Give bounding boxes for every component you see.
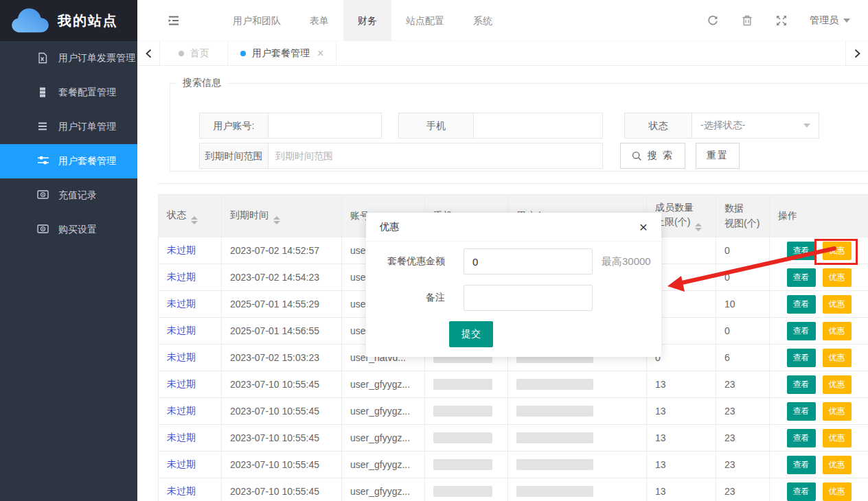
view-button[interactable]: 查看 (787, 322, 816, 340)
tab-dot-icon (240, 51, 246, 56)
cell-phone-redacted (425, 371, 508, 398)
redacted-username (516, 486, 593, 497)
sidebar-item-label: 用户订单发票管理 (58, 52, 135, 65)
refresh-icon[interactable] (707, 14, 719, 27)
cell-status: 未过期 (159, 291, 222, 318)
collapse-menu-icon[interactable] (165, 12, 183, 30)
date-range-input[interactable] (269, 143, 603, 169)
cell-expire-time: 2023-07-10 10:55:45 (222, 478, 342, 501)
phone-input[interactable] (474, 113, 603, 139)
search-row-1: 用户账号: 手机 状态 -选择状态- (199, 113, 819, 139)
sidebar-item-package-config[interactable]: 套餐配置管理 (0, 75, 137, 110)
cell-actions: 查看优惠 (770, 452, 868, 478)
cell-phone-redacted (425, 478, 508, 501)
view-button[interactable]: 查看 (787, 482, 816, 501)
sidebar-item-user-packages[interactable]: 用户套餐管理 (0, 144, 137, 178)
view-button[interactable]: 查看 (787, 268, 816, 287)
nav-item-users-teams[interactable]: 用户和团队 (218, 0, 295, 41)
nav-item-system[interactable]: 系统 (459, 0, 507, 41)
tab-dot-icon (179, 51, 184, 56)
cell-expire-time: 2023-07-10 10:55:45 (222, 398, 342, 425)
sidebar-item-label: 套餐配置管理 (58, 86, 116, 99)
cell-status: 未过期 (159, 237, 222, 264)
cell-member-limit: 13 (647, 371, 716, 398)
status-select[interactable]: -选择状态- (692, 113, 819, 139)
view-button[interactable]: 查看 (787, 295, 816, 314)
submit-button[interactable]: 提交 (449, 321, 493, 347)
admin-label: 管理员 (810, 14, 838, 27)
cell-expire-time: 2023-07-02 15:03:23 (222, 345, 342, 371)
phone-label: 手机 (398, 113, 474, 139)
view-button[interactable]: 查看 (787, 402, 816, 421)
tab-user-packages[interactable]: 用户套餐管理× (228, 41, 336, 65)
trash-icon[interactable] (741, 14, 753, 27)
table-row: 未过期2023-07-10 10:55:45user_gfyygz...1323… (159, 425, 868, 452)
view-button[interactable]: 查看 (787, 349, 816, 367)
discount-modal-title: 优惠 (380, 221, 399, 233)
sort-icon[interactable] (273, 216, 280, 224)
discount-button[interactable]: 优惠 (823, 482, 852, 501)
cell-member-limit: 13 (647, 398, 716, 425)
cell-expire-time: 2023-07-02 14:54:23 (222, 264, 342, 291)
tab-home[interactable]: 首页 (160, 41, 228, 65)
sort-icon[interactable] (191, 216, 198, 224)
sort-icon[interactable] (695, 223, 702, 231)
cell-actions: 查看优惠 (770, 264, 868, 291)
tab-label: 首页 (190, 47, 209, 60)
discount-modal-header: 优惠 × (366, 213, 661, 242)
nav-item-finance[interactable]: 财务 (343, 0, 391, 41)
column-header-status[interactable]: 状态 (159, 195, 222, 237)
sidebar-item-invoice-orders[interactable]: 用户订单发票管理 (0, 41, 137, 75)
view-button[interactable]: 查看 (787, 456, 816, 474)
view-button[interactable]: 查看 (787, 375, 816, 394)
reset-button[interactable]: 重置 (696, 143, 740, 169)
fullscreen-icon[interactable] (775, 14, 788, 27)
package-stack-icon (37, 86, 49, 99)
redacted-phone (433, 459, 492, 470)
status-text: 未过期 (167, 378, 196, 389)
cell-member-limit: 13 (647, 425, 716, 452)
cell-member-limit: 13 (647, 452, 716, 478)
amount-input[interactable] (464, 248, 593, 275)
discount-button[interactable]: 优惠 (823, 402, 852, 421)
discount-button[interactable]: 优惠 (823, 242, 852, 260)
view-button[interactable]: 查看 (787, 429, 816, 447)
nav-item-forms[interactable]: 表单 (295, 0, 343, 41)
cell-expire-time: 2023-07-10 10:55:45 (222, 425, 342, 452)
discount-button[interactable]: 优惠 (823, 295, 852, 314)
tabs-scroll-left-icon[interactable] (137, 41, 160, 65)
cell-phone-redacted (425, 425, 508, 452)
account-input[interactable] (269, 113, 382, 139)
header-tools: 管理员 (707, 14, 868, 27)
cell-status: 未过期 (159, 478, 222, 501)
nav-item-site-config[interactable]: 站点配置 (391, 0, 459, 41)
sidebar-item-user-orders[interactable]: 用户订单管理 (0, 110, 137, 144)
discount-button[interactable]: 优惠 (823, 349, 852, 367)
discount-button[interactable]: 优惠 (823, 429, 852, 447)
chevron-down-icon (803, 124, 810, 128)
close-icon[interactable]: × (639, 220, 648, 234)
view-button[interactable]: 查看 (787, 242, 816, 260)
discount-button[interactable]: 优惠 (823, 456, 852, 474)
cell-account: user_gfyygz... (342, 425, 425, 452)
column-header-text: 到期时间 (230, 208, 333, 224)
tab-close-icon[interactable]: × (317, 48, 323, 59)
cell-member-limit: 13 (647, 478, 716, 501)
remark-input[interactable] (464, 285, 593, 311)
cell-status: 未过期 (159, 371, 222, 398)
tabs-scroll-right-icon[interactable] (845, 41, 868, 65)
admin-menu[interactable]: 管理员 (810, 14, 850, 27)
search-button[interactable]: 搜 索 (620, 143, 685, 169)
redacted-phone (433, 379, 492, 390)
column-header-expire[interactable]: 到期时间 (222, 195, 342, 237)
sidebar-item-purchase-settings[interactable]: 购买设置 (0, 213, 137, 247)
discount-button[interactable]: 优惠 (823, 375, 852, 394)
cell-actions: 查看优惠 (770, 425, 868, 452)
column-header-data-views: 数据视图(个) (716, 195, 770, 237)
cell-expire-time: 2023-07-10 10:55:45 (222, 452, 342, 478)
cell-status: 未过期 (159, 425, 222, 452)
discount-button[interactable]: 优惠 (823, 322, 852, 340)
sidebar-item-recharge-records[interactable]: 充值记录 (0, 178, 137, 213)
discount-button[interactable]: 优惠 (823, 268, 852, 287)
cell-data-views: 23 (716, 371, 770, 398)
